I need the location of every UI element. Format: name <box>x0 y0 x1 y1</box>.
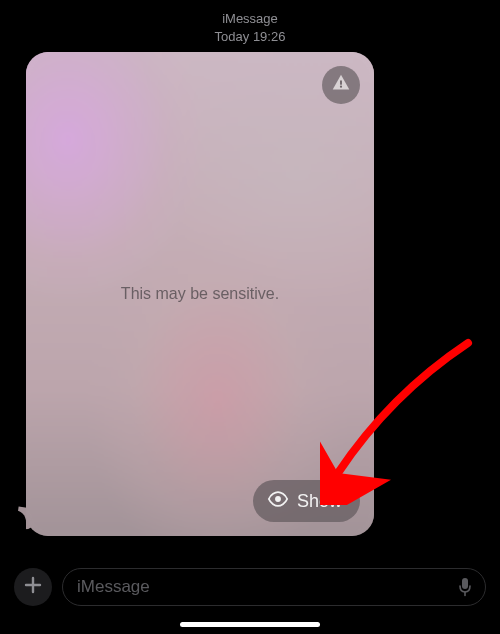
add-attachment-button[interactable] <box>14 568 52 606</box>
svg-point-2 <box>275 496 281 502</box>
svg-rect-3 <box>462 578 468 589</box>
sensitive-warning-text: This may be sensitive. <box>121 285 279 303</box>
show-button[interactable]: Show <box>253 480 360 522</box>
svg-rect-0 <box>340 80 342 85</box>
eye-icon <box>267 488 289 514</box>
timestamp-label: Today 19:26 <box>0 28 500 46</box>
plus-icon <box>24 576 42 598</box>
microphone-icon[interactable] <box>457 577 473 597</box>
input-bar: iMessage <box>0 568 500 606</box>
show-button-label: Show <box>297 491 342 512</box>
svg-point-1 <box>340 86 342 88</box>
message-input[interactable]: iMessage <box>62 568 486 606</box>
warning-icon <box>330 72 352 98</box>
service-label: iMessage <box>0 10 500 28</box>
message-bubble[interactable]: This may be sensitive. Show <box>26 52 374 536</box>
home-indicator[interactable] <box>180 622 320 627</box>
warning-badge[interactable] <box>322 66 360 104</box>
message-input-placeholder: iMessage <box>77 577 150 597</box>
sensitive-image-blur: This may be sensitive. Show <box>26 52 374 536</box>
conversation-header: iMessage Today 19:26 <box>0 0 500 46</box>
